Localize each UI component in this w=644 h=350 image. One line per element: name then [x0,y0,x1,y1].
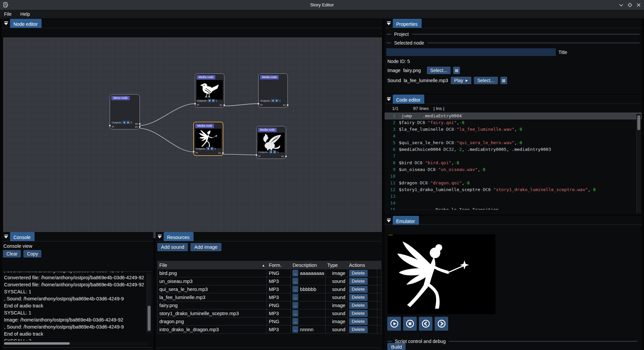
console-log[interactable]: , Sound: /home/anthony/ostproj/ba869e4b-… [3,272,151,341]
output-port[interactable] [139,123,141,125]
decrease-outputs-button[interactable]: ◀ [208,99,211,102]
graph-node[interactable]: Media nodeOutputs:◀▶ 1In#1 [193,122,223,156]
scrollbar-thumb[interactable] [637,115,640,130]
tab-resources[interactable]: Resources [164,232,194,241]
sound-play-button[interactable]: Play ▶ [451,77,471,84]
step-back-button[interactable] [419,317,432,331]
input-port[interactable] [258,103,259,105]
decrease-outputs-button[interactable]: ◀ [271,99,274,102]
collapse-icon[interactable] [385,95,393,104]
column-header-type[interactable]: Type [325,261,347,269]
decrease-outputs-button[interactable]: ◀ [122,121,126,124]
title-input[interactable] [386,48,556,56]
column-header-actions[interactable]: Actions [347,261,377,269]
code-line[interactable]: 11$dragon·DC8·"dragon.qoi",·8 [385,180,642,186]
step-forward-button[interactable] [435,317,448,331]
code-line[interactable]: 10 [385,173,642,180]
table-row[interactable]: qui_sera_le_hero.mp3MP3..bbbbbbsoundDele… [158,285,381,293]
decrease-outputs-button[interactable]: ◀ [269,150,272,154]
tab-code-editor[interactable]: Code editor [393,95,424,104]
output-port[interactable] [222,152,224,154]
code-line[interactable]: 12$story1_drako_luminelle_sceptre·DC8·"s… [385,186,642,193]
minimize-icon[interactable] [618,2,624,8]
play-button[interactable] [387,317,401,331]
console-horizontal-scrollbar[interactable] [3,342,148,345]
delete-button[interactable]: Delete [349,278,368,285]
column-header-form[interactable]: Form. [267,261,291,269]
edit-description-button[interactable]: .. [292,318,298,325]
collapse-icon[interactable] [156,232,164,241]
clear-button[interactable]: Clear [3,250,21,257]
output-port[interactable] [139,126,141,128]
menu-help[interactable]: Help [20,11,30,17]
edit-description-button[interactable]: .. [292,326,298,333]
delete-button[interactable]: Delete [349,302,368,309]
table-row[interactable]: bird.pngPNG..aaaaaaaaaimageDelete [158,269,381,277]
code-line[interactable]: 13 [385,193,642,200]
input-port[interactable] [109,125,111,126]
table-row[interactable]: intro_drako_le_dragon.mp3MP3..nnnnnsound… [158,326,381,334]
image-clear-button[interactable]: ⊠ [453,67,460,74]
edit-description-button[interactable]: .. [292,302,298,308]
delete-button[interactable]: Delete [349,326,368,333]
build-button[interactable]: Build [387,343,406,350]
table-row[interactable]: dragon.pngPNG..imageDelete [158,317,381,326]
code-line[interactable]: 6$mediaChoice0004·DC32,·2,·.mediaEntry00… [385,146,642,153]
table-row[interactable]: un_oiseau.mp3MP3..soundDelete [158,277,381,285]
sound-select-button[interactable]: Select... [474,77,498,84]
sound-clear-button[interactable]: ⊠ [500,77,507,84]
code-text-area[interactable]: 1⟶jump····.mediaEntry00042$fairy·DC8·"fa… [385,113,642,210]
input-port[interactable] [193,151,195,153]
code-line[interactable]: 7 [385,153,642,160]
collapse-icon[interactable] [2,232,10,241]
close-icon[interactable] [636,2,641,8]
menu-file[interactable]: File [4,11,12,17]
maximize-icon[interactable] [627,2,633,8]
delete-button[interactable]: Delete [349,294,368,301]
code-vertical-scrollbar[interactable] [636,114,641,213]
collapse-icon[interactable] [385,216,393,225]
delete-button[interactable]: Delete [349,270,368,277]
code-line[interactable]: 8$bird·DC8·"bird.qoi",·8 [385,160,642,166]
table-row[interactable]: fairy.pngPNG..imageDelete [158,301,381,309]
tab-emulator[interactable]: Emulator [393,216,419,225]
increase-outputs-button[interactable]: ▶ [275,99,278,102]
tab-node-editor[interactable]: Node editor [10,19,42,28]
delete-button[interactable]: Delete [349,286,368,293]
tab-properties[interactable]: Properties [393,19,422,28]
copy-button[interactable]: Copy [23,250,41,257]
output-port[interactable] [287,104,288,106]
stop-button[interactable] [403,317,417,331]
collapse-icon[interactable] [2,19,10,28]
increase-outputs-button[interactable]: ▶ [210,147,214,150]
edit-description-button[interactable]: .. [292,294,298,300]
increase-outputs-button[interactable]: ▶ [273,150,276,154]
image-select-button[interactable]: Select... [427,67,451,74]
increase-outputs-button[interactable]: ▶ [126,121,130,124]
add-image-button[interactable]: Add image [191,243,221,251]
output-port[interactable] [223,104,225,106]
graph-node[interactable]: Media nodeOutputs:◀▶ 1In#1 [258,73,288,108]
input-port[interactable] [256,154,257,156]
graph-node[interactable]: Media nodeOutputs:◀▶ 1In#1 [256,126,286,159]
table-row[interactable]: la_fee_luminelle.mp3MP3..soundDelete [158,293,381,301]
edit-description-button[interactable]: .. [292,270,298,276]
output-port[interactable] [285,156,287,157]
code-line[interactable]: 3$la_fee_luminelle·DC8·"la_fee_luminelle… [385,126,642,133]
increase-outputs-button[interactable]: ▶ [212,99,215,102]
edit-description-button[interactable]: .. [292,310,298,316]
table-row[interactable]: story1_drako_luminelle_sceptre.mp3MP3..s… [158,309,381,317]
code-line[interactable]: 14 [385,200,642,207]
decrease-outputs-button[interactable]: ◀ [206,147,210,150]
node-canvas[interactable]: Menu nodeOutputs:◀▶ 2In#0#1Media nodeOut… [3,38,382,238]
code-line[interactable]: 15··············Drako le Tree Transition [385,207,642,210]
scrollbar-thumb[interactable] [4,342,70,345]
edit-description-button[interactable]: .. [292,278,298,284]
add-sound-button[interactable]: Add sound [157,243,188,251]
console-vertical-scrollbar[interactable] [147,273,151,333]
collapse-icon[interactable] [385,19,393,28]
tab-console[interactable]: Console [10,232,35,241]
graph-node[interactable]: Menu nodeOutputs:◀▶ 2In#0#1 [110,94,140,129]
column-header-description[interactable]: Description [291,261,325,269]
code-line[interactable]: 1⟶jump····.mediaEntry0004 [385,113,642,119]
